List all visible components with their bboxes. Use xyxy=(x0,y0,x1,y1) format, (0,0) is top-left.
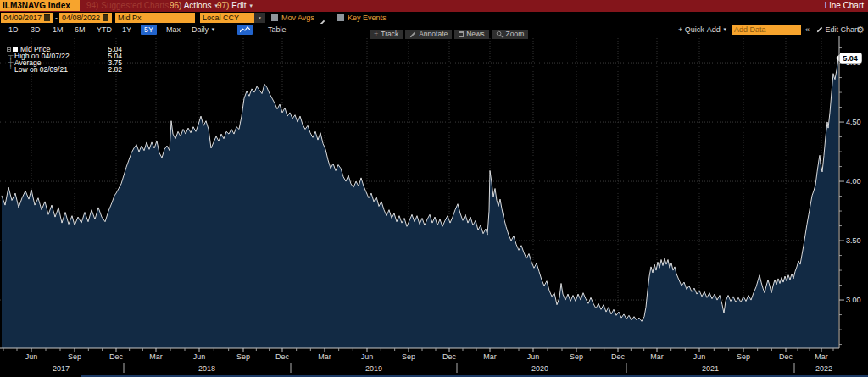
x-axis-month-label: Mar xyxy=(318,352,331,361)
track-button[interactable]: +Track xyxy=(370,30,403,39)
plus-icon: + xyxy=(374,30,378,39)
low-value: 2.82 xyxy=(108,66,122,73)
currency-dropdown-button[interactable]: ▼ xyxy=(254,13,265,23)
x-axis-month-label: Sep xyxy=(68,352,81,361)
news-button[interactable]: News xyxy=(454,30,488,39)
security-ticker-field[interactable]: ILM3NAVG Index xyxy=(0,0,80,11)
frequency-select[interactable]: Daily ▼ xyxy=(192,25,215,35)
x-axis-month-label: Mar xyxy=(149,352,163,361)
last-price-label: 5.04 xyxy=(843,54,858,63)
x-axis-month-label: Dec xyxy=(109,352,124,361)
chevron-down-icon: ▼ xyxy=(722,27,727,32)
menu-suggested-charts[interactable]: 94) Suggested Charts xyxy=(86,1,169,11)
x-axis-year-label: 2019 xyxy=(365,364,382,373)
price-field-select[interactable]: Mid Px xyxy=(115,13,195,23)
news-icon xyxy=(459,31,464,37)
range-3d[interactable]: 3D xyxy=(31,25,41,35)
range-1d[interactable]: 1D xyxy=(8,25,19,35)
x-axis-year-label: 2020 xyxy=(531,364,548,373)
low-marker-icon: ┴ xyxy=(7,66,14,73)
gear-icon[interactable]: ⚙ xyxy=(856,25,865,35)
table-button[interactable]: Table xyxy=(268,25,287,35)
menu-edit-number: 97) xyxy=(217,1,229,10)
line-chart-type-button[interactable] xyxy=(237,25,253,35)
edit-chart-button[interactable]: Edit Chart xyxy=(816,25,860,35)
pencil-icon xyxy=(409,31,416,38)
x-axis-month-label: Dec xyxy=(275,352,290,361)
add-data-input[interactable] xyxy=(732,25,801,35)
menu-actions-label: Actions xyxy=(184,1,212,10)
currency-select[interactable]: Local CCY xyxy=(200,13,254,23)
collapse-toggle-icon[interactable] xyxy=(7,47,11,52)
y-axis-label: 4.50 xyxy=(846,118,861,126)
chart-legend: Mid Price 5.04 ┬ High on 04/07/22 5.04 ┼… xyxy=(5,45,124,74)
end-date-field[interactable]: 04/08/2022 xyxy=(59,13,112,23)
x-axis-month-label: Mar xyxy=(815,352,828,361)
mov-avgs-checkbox[interactable] xyxy=(271,14,278,21)
mov-avgs-label: Mov Avgs xyxy=(281,13,314,23)
x-axis-month-label: Jun xyxy=(361,352,374,361)
range-5y-selected[interactable]: 5Y xyxy=(141,25,157,35)
chevron-down-icon: ▼ xyxy=(248,3,253,8)
range-max[interactable]: Max xyxy=(166,25,181,35)
x-axis-year-label: 2021 xyxy=(702,364,719,373)
x-axis-month-label: Sep xyxy=(737,352,750,361)
magnifier-icon xyxy=(496,30,504,38)
legend-low-row: ┴ Low on 02/09/21 2.82 xyxy=(7,66,122,73)
chart-mini-toolbar: +Track Annotate News Zoom xyxy=(370,30,528,39)
range-1m[interactable]: 1M xyxy=(53,25,64,35)
series-area xyxy=(2,58,838,349)
calendar-icon xyxy=(103,14,108,21)
chart-panel[interactable]: Mid Price 5.04 ┬ High on 04/07/22 5.04 ┼… xyxy=(0,36,868,377)
x-axis-year-label: 2018 xyxy=(198,364,215,373)
x-axis-month-label: Dec xyxy=(611,352,626,361)
x-axis-month-label: Jun xyxy=(527,352,540,361)
x-axis-month-label: Sep xyxy=(236,352,250,361)
chevron-down-icon: ▼ xyxy=(211,27,216,32)
y-axis-label: 3.50 xyxy=(846,236,861,245)
collapse-panel-button[interactable]: « xyxy=(805,25,810,35)
menu-actions[interactable]: 96) Actions ▼ xyxy=(170,1,219,11)
y-axis-label: 3.00 xyxy=(846,296,861,304)
x-axis-month-label: Sep xyxy=(402,352,415,361)
range-6m[interactable]: 6M xyxy=(75,25,86,35)
x-axis-month-label: Mar xyxy=(650,352,664,361)
last-price-pointer xyxy=(836,54,839,61)
calendar-icon xyxy=(44,14,50,21)
key-events-checkbox[interactable] xyxy=(337,14,344,21)
zoom-button[interactable]: Zoom xyxy=(492,30,529,39)
start-date-field[interactable]: 04/09/2017 xyxy=(1,13,53,23)
y-axis-label: 4.00 xyxy=(846,177,861,186)
menu-edit[interactable]: 97) Edit ▼ xyxy=(217,1,253,11)
low-label: Low on 02/09/21 xyxy=(14,66,68,73)
range-ytd[interactable]: YTD xyxy=(97,25,112,35)
x-axis-month-label: Jun xyxy=(193,352,206,361)
annotate-button[interactable]: Annotate xyxy=(405,30,452,39)
title-bar: ILM3NAVG Index 94) Suggested Charts 96) … xyxy=(0,0,868,12)
x-axis-month-label: Jun xyxy=(25,352,38,361)
x-axis-year-label: 2017 xyxy=(53,364,70,373)
screen-title: Line Chart xyxy=(825,1,864,10)
quick-add-button[interactable]: + Quick-Add ▼ xyxy=(678,25,727,35)
x-axis-month-label: Dec xyxy=(442,352,457,361)
bloomberg-chart-window: ILM3NAVG Index 94) Suggested Charts 96) … xyxy=(0,0,868,377)
x-axis-year-label: 2022 xyxy=(815,364,832,373)
x-axis-month-label: Dec xyxy=(779,352,793,361)
x-axis-month-label: Jun xyxy=(693,352,706,361)
range-1y[interactable]: 1Y xyxy=(122,25,131,35)
x-axis-month-label: Mar xyxy=(483,352,497,361)
menu-edit-label: Edit xyxy=(231,1,246,10)
x-axis-month-label: Sep xyxy=(570,352,583,361)
date-toolbar: 04/09/2017 - 04/08/2022 Mid Px Local CCY… xyxy=(0,12,868,24)
key-events-label: Key Events xyxy=(348,13,387,23)
date-range-dash: - xyxy=(55,13,58,23)
price-chart[interactable]: 3.003.504.004.505.00JunSepDecMarJunSepDe… xyxy=(0,36,868,377)
menu-actions-number: 96) xyxy=(170,1,181,10)
